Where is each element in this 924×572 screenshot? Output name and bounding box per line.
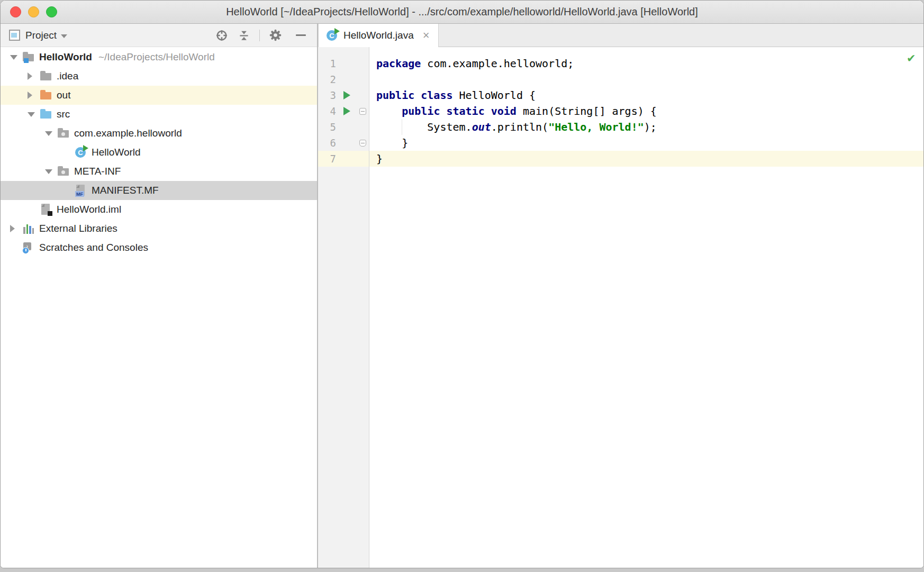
toolbar-separator [259,30,260,41]
tree-item-helloworld[interactable]: CHelloWorld [1,143,317,162]
tree-item-path: ~/IdeaProjects/HelloWorld [98,51,215,63]
line-number: 7 [318,153,336,165]
iml-file-icon [40,203,52,216]
tree-item-label: External Libraries [39,223,117,234]
line-number: 2 [318,74,336,85]
editor-tab-helloworld-java[interactable]: CHelloWorld.java× [318,24,439,47]
code-token-pl: main(String[] args) { [517,105,657,117]
tree-item-label: .idea [57,70,78,82]
package-icon [57,165,70,178]
fold-marker-icon[interactable] [359,140,366,147]
package-icon [57,127,70,140]
class-runnable-icon: C [75,146,87,159]
code-line-3: public class HelloWorld { [369,87,923,103]
code-token-pl: .println( [491,121,548,133]
chevron-expanded-icon[interactable] [45,131,52,136]
code-token-pl: } [376,137,408,149]
class-runnable-icon: C [326,29,339,42]
scratches-icon: › [22,241,35,254]
project-tree: HelloWorld~/IdeaProjects/HelloWorld.idea… [1,47,317,568]
chevron-down-icon[interactable] [61,34,67,38]
tree-item-label: HelloWorld [39,51,92,63]
tree-item-label: out [57,89,70,101]
gutter-line-2: 2 [318,71,369,87]
traffic-lights [10,1,57,23]
line-number: 5 [318,121,336,133]
project-view-selector[interactable]: Project [25,30,57,41]
code-line-1: package com.example.helloworld; [369,56,923,71]
project-tool-window: Project [1,24,317,568]
collapse-all-icon[interactable] [237,29,251,42]
gutter-line-1: 1 [318,56,369,71]
tab-close-icon[interactable]: × [423,30,430,41]
tree-item-label: src [57,108,70,120]
run-line-icon[interactable] [343,91,350,99]
line-number: 3 [318,89,336,101]
settings-gear-icon[interactable] [268,29,282,42]
code-line-4: public static void main(String[] args) { [369,103,923,119]
line-number: 4 [318,105,336,117]
tree-item-label: com.example.helloworld [74,128,182,139]
line-number: 6 [318,137,336,149]
code-line-5: System.out.println("Hello, World!"); [369,119,923,135]
tree-item-label: Scratches and Consoles [39,242,148,253]
manifest-file-icon: MF [75,184,87,197]
editor-gutter: 1234567 [318,47,369,568]
tree-item-label: HelloWorld.iml [57,204,121,215]
ide-window: HelloWorld [~/IdeaProjects/HelloWorld] -… [0,0,924,568]
fold-marker-icon[interactable] [359,108,366,115]
code-line-6: } [369,135,923,151]
zoom-window-button[interactable] [46,6,57,17]
code-token-kw: public static void [402,105,517,117]
run-line-icon[interactable] [343,107,350,115]
code-token-pl: com.example.helloworld; [421,57,574,70]
project-tool-window-icon [9,30,20,41]
code-token-pl: System. [376,121,472,133]
chevron-collapsed-icon[interactable] [28,72,32,80]
minimize-window-button[interactable] [28,6,39,17]
tree-item--idea[interactable]: .idea [1,67,317,86]
folder-sources-icon [40,108,52,121]
chevron-collapsed-icon[interactable] [10,225,15,232]
tree-item-label: MANIFEST.MF [92,185,159,196]
tree-item-label: META-INF [74,166,121,177]
code-token-pl: } [376,152,383,165]
tree-item-src[interactable]: src [1,105,317,124]
code-token-str: "Hello, World!" [548,121,644,133]
line-number: 1 [318,58,336,69]
code-token-kw: public class [376,89,453,102]
tree-item-label: HelloWorld [92,147,141,158]
code-token-kw: package [376,57,421,70]
code-token-pl: HelloWorld { [453,89,536,102]
code-editor[interactable]: ✔ package com.example.helloworld;public … [369,47,923,568]
tree-item-helloworld-iml[interactable]: HelloWorld.iml [1,200,317,219]
gutter-line-7: 7 [318,151,369,167]
folder-icon [40,70,52,83]
chevron-expanded-icon[interactable] [28,112,35,117]
tree-item-meta-inf[interactable]: META-INF [1,162,317,181]
gutter-line-5: 5 [318,119,369,135]
gutter-line-4: 4 [318,103,369,119]
titlebar[interactable]: HelloWorld [~/IdeaProjects/HelloWorld] -… [1,1,923,24]
close-window-button[interactable] [10,6,21,17]
locate-file-icon[interactable] [215,29,229,42]
tree-item-helloworld[interactable]: HelloWorld~/IdeaProjects/HelloWorld [1,48,317,67]
tree-item-manifest-mf[interactable]: MFMANIFEST.MF [1,181,317,200]
folder-excluded-icon [40,89,52,102]
code-token-pl [376,105,402,117]
tree-item-out[interactable]: out [1,86,317,105]
code-line-7: } [369,151,923,167]
tree-item-external-libraries[interactable]: External Libraries [1,219,317,238]
editor-tab-label: HelloWorld.java [343,30,414,41]
libraries-icon [22,222,35,235]
project-folder-icon [22,51,35,63]
gutter-line-3: 3 [318,87,369,103]
editor-area: CHelloWorld.java× 1234567 ✔ package com.… [318,24,923,568]
hide-panel-icon[interactable] [294,29,307,42]
chevron-expanded-icon[interactable] [10,55,17,60]
tree-item-scratches-and-consoles[interactable]: ›Scratches and Consoles [1,238,317,257]
chevron-expanded-icon[interactable] [45,169,52,174]
chevron-collapsed-icon[interactable] [28,92,32,99]
gutter-line-6: 6 [318,135,369,151]
tree-item-com-example-helloworld[interactable]: com.example.helloworld [1,124,317,143]
